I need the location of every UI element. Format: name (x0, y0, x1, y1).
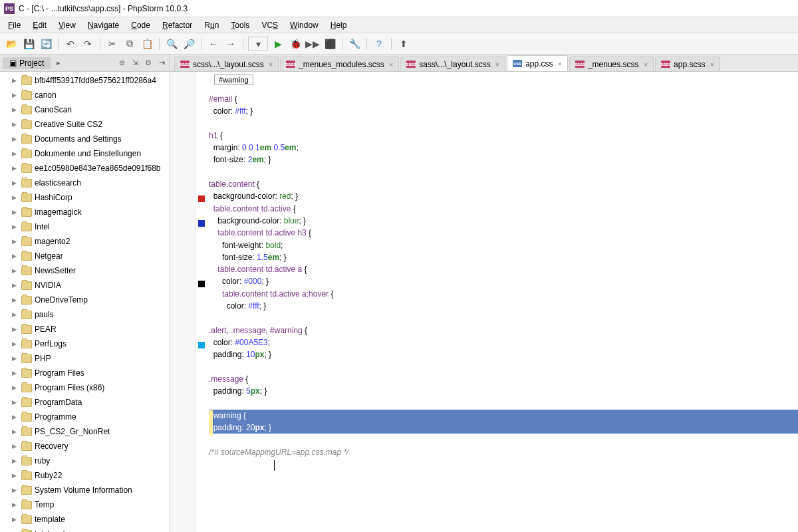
tree-item[interactable]: ▶elasticsearch (0, 176, 170, 190)
editor-tab[interactable]: cssapp.css× (507, 55, 568, 71)
cut-icon[interactable]: ✂ (105, 37, 120, 51)
close-icon[interactable]: × (644, 61, 648, 68)
tree-item[interactable]: ▶PEAR (0, 322, 170, 336)
tree-item[interactable]: ▶Creative Suite CS2 (0, 117, 170, 132)
coverage-icon[interactable]: ▶▶ (305, 37, 320, 51)
menu-tools[interactable]: Tools (225, 19, 255, 31)
tree-item[interactable]: ▶PerfLogs (0, 336, 170, 351)
menu-vcs[interactable]: VCS (256, 19, 283, 31)
expand-arrow-icon[interactable]: ▶ (12, 223, 19, 230)
expand-arrow-icon[interactable]: ▶ (12, 501, 19, 508)
editor-tab[interactable]: sass_menues.scss× (569, 57, 654, 71)
menu-file[interactable]: File (3, 19, 26, 31)
expand-arrow-icon[interactable]: ▶ (12, 253, 19, 259)
tree-item[interactable]: ▶bfb4fff53917fdd8e575621ff0286a4 (0, 73, 170, 88)
editor-tab[interactable]: sasssass\...\_layout.scss× (400, 57, 505, 71)
menu-navigate[interactable]: Navigate (82, 19, 124, 31)
stop-icon[interactable]: ⬛ (323, 37, 337, 51)
target-icon[interactable]: ⊕ (116, 58, 127, 68)
expand-arrow-icon[interactable]: ▶ (12, 326, 19, 332)
expand-arrow-icon[interactable]: ▶ (12, 428, 19, 435)
tree-item[interactable]: ▶canon (0, 88, 170, 102)
tree-item[interactable]: ▶PHP (0, 351, 170, 366)
menu-code[interactable]: Code (126, 19, 156, 31)
color-swatch[interactable] (198, 342, 205, 348)
settings-icon[interactable]: 🔧 (347, 37, 362, 51)
redo-icon[interactable]: ↷ (80, 37, 95, 51)
editor-tab[interactable]: sassscss\...\_layout.scss× (174, 57, 279, 71)
close-icon[interactable]: × (389, 61, 393, 68)
expand-arrow-icon[interactable]: ▶ (12, 136, 19, 142)
code-editor[interactable]: #warning #email { color: #fff; } h1 { ma… (170, 72, 798, 532)
tree-item[interactable]: ▶OneDriveTemp (0, 293, 170, 307)
help-icon[interactable]: ? (372, 37, 386, 51)
editor-tab[interactable]: sassapp.scss× (655, 57, 720, 71)
expand-arrow-icon[interactable]: ▶ (12, 106, 19, 113)
menu-view[interactable]: View (53, 19, 81, 31)
tree-item[interactable]: ▶HashiCorp (0, 190, 170, 205)
open-icon[interactable]: 📂 (4, 37, 19, 51)
expand-arrow-icon[interactable]: ▶ (12, 340, 19, 347)
tree-item[interactable]: ▶ee1c05980e843e7ea865de091f68b (0, 161, 170, 176)
expand-arrow-icon[interactable]: ▶ (12, 92, 19, 98)
copy-icon[interactable]: ⧉ (122, 37, 137, 51)
menu-run[interactable]: Run (199, 19, 224, 31)
menu-edit[interactable]: Edit (27, 19, 52, 31)
tree-item[interactable]: ▶NewsSetter (0, 263, 170, 278)
expand-arrow-icon[interactable]: ▶ (12, 443, 19, 450)
expand-arrow-icon[interactable]: ▶ (12, 355, 19, 362)
tree-item[interactable]: ▶imagemagick (0, 205, 170, 219)
expand-arrow-icon[interactable]: ▶ (12, 414, 19, 420)
tree-item[interactable]: ▶Documents and Settings (0, 132, 170, 146)
tree-item[interactable]: ▶ruby (0, 454, 170, 468)
tree-item[interactable]: ▶Temp (0, 497, 170, 512)
close-icon[interactable]: × (710, 61, 714, 68)
save-icon[interactable]: 💾 (21, 37, 36, 51)
paste-icon[interactable]: 📋 (140, 37, 154, 51)
config-dropdown[interactable]: ▾ (248, 37, 268, 51)
tree-item[interactable]: ▶CanoScan (0, 102, 170, 117)
expand-arrow-icon[interactable]: ▶ (12, 77, 19, 84)
run-icon[interactable]: ▶ (271, 37, 285, 51)
expand-arrow-icon[interactable]: ▶ (12, 150, 19, 157)
expand-arrow-icon[interactable]: ▶ (12, 238, 19, 245)
expand-arrow-icon[interactable]: ▶ (12, 487, 19, 493)
menu-window[interactable]: Window (285, 19, 324, 31)
expand-arrow-icon[interactable]: ▶ (12, 399, 19, 406)
expand-arrow-icon[interactable]: ▶ (12, 370, 19, 376)
menu-help[interactable]: Help (325, 19, 352, 31)
tree-item[interactable]: ▶Program Files (0, 366, 170, 380)
tree-item[interactable]: ▶Dokumente und Einstellungen (0, 146, 170, 161)
breadcrumb[interactable]: #warning (214, 74, 253, 85)
tree-item[interactable]: ▶Netgear (0, 249, 170, 263)
expand-arrow-icon[interactable]: ▶ (12, 384, 19, 391)
menu-refactor[interactable]: Refactor (157, 19, 198, 31)
code-content[interactable]: #warning #email { color: #fff; } h1 { ma… (209, 72, 798, 532)
tree-item[interactable]: ▶ProgramData (0, 395, 170, 410)
tree-item[interactable]: ▶Recovery (0, 439, 170, 454)
expand-arrow-icon[interactable]: ▶ (12, 458, 19, 464)
tree-item[interactable]: ▶totalcmd (0, 527, 170, 532)
editor-tab[interactable]: sass_menues_modules.scss× (280, 57, 399, 71)
tree-item[interactable]: ▶Programme (0, 410, 170, 424)
color-swatch[interactable] (198, 196, 205, 202)
expand-arrow-icon[interactable]: ▶ (12, 209, 19, 215)
tree-item[interactable]: ▶magento2 (0, 234, 170, 249)
debug-icon[interactable]: 🐞 (288, 37, 303, 51)
expand-arrow-icon[interactable]: ▶ (12, 516, 19, 523)
expand-arrow-icon[interactable]: ▶ (12, 165, 19, 172)
tree-item[interactable]: ▶template (0, 512, 170, 527)
tree-item[interactable]: ▶System Volume Information (0, 483, 170, 497)
sync-icon[interactable]: 🔄 (39, 37, 53, 51)
undo-icon[interactable]: ↶ (63, 37, 78, 51)
expand-arrow-icon[interactable]: ▶ (12, 194, 19, 201)
find-icon[interactable]: 🔍 (164, 37, 179, 51)
tree-item[interactable]: ▶Ruby22 (0, 468, 170, 483)
expand-arrow-icon[interactable]: ▶ (12, 311, 19, 318)
color-swatch[interactable] (198, 220, 205, 227)
tree-item[interactable]: ▶NVIDIA (0, 278, 170, 293)
back-icon[interactable]: ← (206, 37, 221, 51)
tree-item[interactable]: ▶Intel (0, 219, 170, 234)
expand-arrow-icon[interactable]: ▶ (12, 472, 19, 479)
close-icon[interactable]: × (557, 60, 561, 68)
